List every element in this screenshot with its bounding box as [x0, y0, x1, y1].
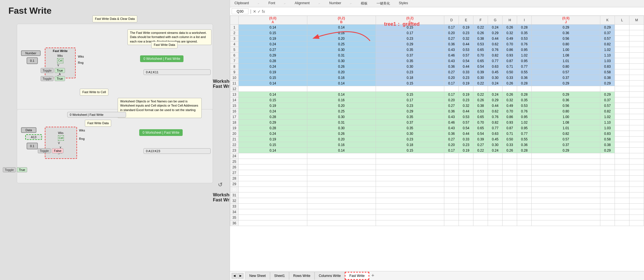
cell-r15-c8[interactable]: 0.53 — [517, 103, 532, 109]
cell-r18-c4[interactable]: 0.57 — [459, 120, 473, 125]
cell-r3-c8[interactable]: 0.53 — [517, 36, 532, 41]
cell-r22-c6[interactable]: 0.30 — [488, 142, 503, 148]
cell-extra-r21-c0[interactable] — [615, 137, 629, 142]
cell-r16-c4[interactable]: 0.44 — [459, 109, 473, 114]
cell-extra-r14-c1[interactable] — [629, 97, 644, 103]
cell-extra-r7-c1[interactable] — [629, 58, 644, 64]
cell-r29-c3[interactable] — [444, 181, 459, 187]
cell-r9-c1[interactable]: 0.20 — [307, 69, 376, 75]
cell-r8-c0[interactable]: 0.24 — [239, 64, 307, 69]
cell-r30-c8[interactable] — [517, 187, 532, 192]
cell-r30-c4[interactable] — [459, 187, 473, 192]
cell-r3-c4[interactable]: 0.32 — [459, 36, 473, 41]
cell-r8-c4[interactable]: 0.44 — [459, 64, 473, 69]
cell-r19-c4[interactable]: 0.54 — [459, 125, 473, 131]
cell-r26-c4[interactable] — [459, 164, 473, 170]
cell-r32-c3[interactable] — [444, 198, 459, 204]
cell-r35-c4[interactable] — [459, 215, 473, 220]
cell-r17-c6[interactable]: 0.76 — [488, 114, 503, 120]
cell-r36-c8[interactable] — [517, 220, 532, 226]
cell-r3-c5[interactable]: 0.38 — [473, 36, 488, 41]
cell-extra-r1-c1[interactable] — [629, 25, 644, 30]
cell-r31-c9[interactable] — [532, 192, 600, 198]
cell-r32-c4[interactable] — [459, 198, 473, 204]
cell-extra-r34-c0[interactable] — [615, 209, 629, 215]
cell-r8-c8[interactable]: 0.77 — [517, 64, 532, 69]
cell-r8-c1[interactable]: 0.26 — [307, 64, 376, 69]
cell-r7-c8[interactable]: 0.95 — [517, 58, 532, 64]
cell-extra-r25-c0[interactable] — [615, 159, 629, 164]
cell-r23-c3[interactable]: 0.17 — [444, 148, 459, 153]
cell-r20-c6[interactable]: 0.63 — [488, 131, 503, 137]
cell-r5-c0[interactable]: 0.27 — [239, 47, 307, 53]
cell-r6-c7[interactable]: 0.93 — [503, 53, 517, 58]
cell-extra-r8-c0[interactable] — [615, 64, 629, 69]
cell-extra-r30-c0[interactable] — [615, 187, 629, 192]
cell-extra-r8-c1[interactable] — [629, 64, 644, 69]
cell-extra-r19-c0[interactable] — [615, 125, 629, 131]
bottom-toggle[interactable]: Toggle True — [3, 167, 27, 172]
cell-r26-c9[interactable] — [532, 164, 600, 170]
fast-write-node-top[interactable]: Fast Write Wks Cel V _X _A — [45, 48, 76, 78]
cell-r6-c3[interactable]: 0.46 — [444, 53, 459, 58]
cell-r15-c1[interactable]: 0.20 — [307, 103, 376, 109]
cell-extra-r22-c1[interactable] — [629, 142, 644, 148]
cell-r22-c3[interactable]: 0.20 — [444, 142, 459, 148]
cell-r33-c2[interactable] — [376, 204, 444, 209]
cell-extra-r16-c1[interactable] — [629, 109, 644, 114]
cell-r25-c3[interactable] — [444, 159, 459, 164]
cell-r29-c5[interactable] — [473, 181, 488, 187]
cell-r13-c10[interactable]: 0.29 — [600, 92, 615, 97]
cell-r1-c7[interactable]: 0.26 — [503, 25, 517, 30]
cell-r11-c8[interactable]: 0.28 — [517, 81, 532, 86]
cell-r5-c5[interactable]: 0.65 — [473, 47, 488, 53]
cell-r10-c7[interactable]: 0.33 — [503, 75, 517, 81]
cell-r12-c4[interactable] — [459, 86, 473, 92]
cell-r22-c2[interactable]: 0.18 — [376, 142, 444, 148]
toggle1[interactable]: Toggle True — [41, 68, 65, 73]
cell-r33-c6[interactable] — [488, 204, 503, 209]
cell-r27-c2[interactable] — [376, 170, 444, 176]
cell-r2-c8[interactable]: 0.35 — [517, 30, 532, 36]
cell-r19-c8[interactable]: 0.95 — [517, 125, 532, 131]
cell-r30-c2[interactable] — [376, 187, 444, 192]
cell-extra-r4-c1[interactable] — [629, 41, 644, 47]
cell-r36-c10[interactable] — [600, 220, 615, 226]
cell-r26-c8[interactable] — [517, 164, 532, 170]
cell-r35-c10[interactable] — [600, 215, 615, 220]
cell-r35-c6[interactable] — [488, 215, 503, 220]
cell-r27-c6[interactable] — [488, 170, 503, 176]
cell-r25-c9[interactable] — [532, 159, 600, 164]
cell-r13-c9[interactable]: 0.29 — [532, 92, 600, 97]
cell-r21-c8[interactable]: 0.55 — [517, 137, 532, 142]
cell-r15-c9[interactable]: 0.56 — [532, 103, 600, 109]
grid-scroll[interactable]: tree1： grafted {0,0}A {0,2}B {0,2}C D E … — [230, 16, 644, 271]
cell-r34-c7[interactable] — [503, 209, 517, 215]
cell-r7-c2[interactable]: 0.35 — [376, 58, 444, 64]
cell-r13-c7[interactable]: 0.26 — [503, 92, 517, 97]
cell-r8-c3[interactable]: 0.36 — [444, 64, 459, 69]
cell-r21-c10[interactable]: 0.58 — [600, 137, 615, 142]
cell-r31-c7[interactable] — [503, 192, 517, 198]
cell-r36-c7[interactable] — [503, 220, 517, 226]
cell-r6-c5[interactable]: 0.70 — [473, 53, 488, 58]
cell-r20-c5[interactable]: 0.54 — [473, 131, 488, 137]
cell-r29-c8[interactable] — [517, 181, 532, 187]
cell-extra-r36-c1[interactable] — [629, 220, 644, 226]
cell-r1-c6[interactable]: 0.24 — [488, 25, 503, 30]
cell-r35-c1[interactable] — [307, 215, 376, 220]
cell-extra-r23-c0[interactable] — [615, 148, 629, 153]
cell-r6-c10[interactable]: 1.10 — [600, 53, 615, 58]
cell-r14-c2[interactable]: 0.17 — [376, 97, 444, 103]
cell-r33-c10[interactable] — [600, 204, 615, 209]
cell-r20-c3[interactable]: 0.36 — [444, 131, 459, 137]
cell-r4-c3[interactable]: 0.36 — [444, 41, 459, 47]
cell-r31-c10[interactable] — [600, 192, 615, 198]
cell-extra-r9-c1[interactable] — [629, 69, 644, 75]
cell-extra-r7-c0[interactable] — [615, 58, 629, 64]
cell-r15-c10[interactable]: 0.57 — [600, 103, 615, 109]
cell-r17-c4[interactable]: 0.53 — [459, 114, 473, 120]
formula-input[interactable] — [266, 9, 642, 13]
cell-r23-c8[interactable]: 0.28 — [517, 148, 532, 153]
cell-r10-c4[interactable]: 0.23 — [459, 75, 473, 81]
